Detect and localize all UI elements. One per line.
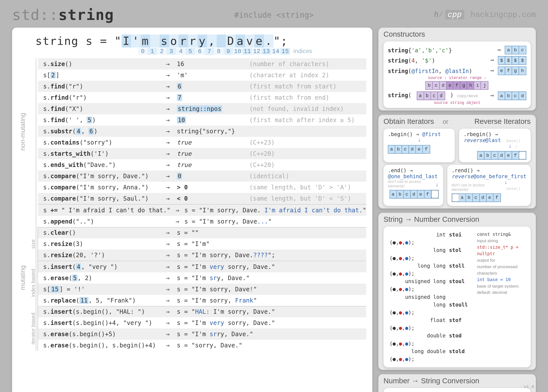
brand-h: h	[434, 10, 439, 19]
index-cell: 14	[271, 48, 280, 55]
index-cell: 9	[223, 48, 233, 55]
constructors-title: Constructors	[384, 30, 531, 39]
num2str-panel: Number → String Conversion string to_str…	[378, 374, 536, 392]
code-row: s.find("X")→string::npos(not found, inva…	[38, 103, 366, 114]
char-cell: e	[255, 35, 264, 48]
code-row: s.compare("I'm sorry, Anna.")→> 0(same l…	[38, 182, 366, 193]
code-row: s.ends_with("Dave.")→true(C++20)	[38, 159, 366, 170]
rend-box: .rend() → reverse@one_before_first don't…	[447, 165, 531, 206]
constructor-row: string( abcd ) copy/move➡abcd	[388, 91, 526, 100]
code-row: s.insert(s.begin(), "HAL: ")⇒s = "HAL: I…	[38, 306, 366, 317]
begin-cells: abcdef	[388, 145, 451, 154]
indices-row: 0123456789101112131415indices	[18, 48, 366, 55]
rend-cells: abcdef	[452, 193, 526, 203]
left-panel: string s = "I'm sorry, Dave."; 012345678…	[12, 28, 372, 392]
title-name: string	[58, 6, 114, 23]
index-cell: 0	[138, 48, 147, 55]
brand: h/cpp hackingcpp.com	[434, 10, 536, 19]
nonmutating-table: s.size()→16(number of characters)s[2]→'m…	[38, 58, 366, 204]
conv-row: long doublestold (●,●,●);	[390, 347, 471, 363]
code-row: s.compare("I'm sorry, Dave.")→0(identica…	[38, 170, 366, 182]
char-cell: r	[188, 35, 198, 48]
code-row: s.insert(s.begin()+4, "very ")⇒s = "I'm …	[38, 317, 366, 328]
char-cell: y	[198, 35, 207, 48]
index-cell: 5	[186, 48, 195, 55]
ann-sys: base of target system;	[477, 283, 525, 289]
nonmutating-label: non-mutating	[19, 58, 36, 205]
right-column: Constructors string{'a','b','c'}➡abcstri…	[378, 28, 536, 392]
reverse-iterators-title: Reverse Iterators	[475, 117, 531, 126]
index-cell: 1	[147, 48, 157, 55]
index-cell: 6	[195, 48, 205, 55]
index-label: index based	[30, 261, 38, 306]
end-note: don't use to access elements!	[388, 180, 433, 188]
iterators-or: or	[443, 118, 448, 125]
code-row: s.resize(20, '?')⇒s = "I'm sorry, Dave.?…	[38, 249, 366, 261]
constructor-row: string(4, '$')➡$$$$	[388, 56, 526, 65]
ann-input: input string	[477, 237, 525, 244]
ann-def: default: decimal	[477, 289, 525, 296]
code-row: s.clear()⇒s = ""	[38, 227, 366, 238]
index-cell: 4	[176, 48, 186, 55]
conv-row: intstoi (●,●,●);	[390, 231, 471, 246]
obtain-iterators-title: Obtain Iterators	[384, 117, 434, 126]
index-cell: 12	[252, 48, 261, 55]
brand-site: hackingcpp.com	[471, 10, 536, 19]
rend-label: .rend() → reverse@one_before_first	[452, 167, 526, 179]
conv-row: floatstof (●,●,●);	[390, 316, 471, 332]
char-cell: .	[264, 35, 274, 48]
declaration-row: string s = "I'm sorry, Dave.";	[18, 32, 366, 47]
str2num-panel: String → Number Conversion intstoi (●,●,…	[378, 213, 536, 370]
rbegin-box: .rbegin() → reverse@last .base() ↓ ↓ abc…	[459, 129, 531, 162]
code-row: s.compare("I'm sorry, Saul.")→< 0(same l…	[38, 193, 366, 204]
ann-ptr: std::size_t* p = nullptr	[477, 244, 525, 257]
code-row: s.starts_with('I')→true(C++20)	[38, 148, 366, 159]
code-row: s.append("..")⇒s = "I'm sorry, Dave..."	[38, 216, 366, 227]
begin-box: .begin() → @first ↓ abcdef	[384, 129, 455, 162]
char-cell: s	[160, 35, 169, 48]
conv-row: unsigned longstoul (●,●,●);	[390, 278, 471, 293]
decl-suffix: ";	[274, 35, 288, 48]
include-directive: #include <string>	[114, 10, 434, 19]
title-colons: ::	[40, 6, 58, 23]
code-row: s.find(' ', 5)→10(first match after inde…	[38, 114, 366, 126]
char-cell: D	[226, 35, 235, 48]
constructors-body: string{'a','b','c'}➡abcstring(4, '$')➡$$…	[384, 41, 531, 108]
indices-label: indices	[293, 48, 312, 55]
nonmutating-section: non-mutating s.size()→16(number of chara…	[38, 58, 366, 204]
char-cell: r	[179, 35, 188, 48]
size-label: size	[30, 227, 38, 260]
conv-functions: intstoi (●,●,●);longstol (●,●,●);long lo…	[390, 231, 471, 363]
ann-out: output for	[477, 257, 525, 263]
code-row: s.resize(3)⇒s = "I'm"	[38, 238, 366, 249]
iterators-panel: Obtain Iterators or Reverse Iterators .b…	[378, 115, 536, 209]
declaration-chars: I'm sorry, Dave.	[122, 35, 274, 48]
index-cell: 8	[214, 48, 223, 55]
char-cell: m	[140, 35, 150, 48]
index-cell: 7	[205, 48, 214, 55]
constructors-panel: Constructors string{'a','b','c'}➡abcstri…	[378, 28, 536, 111]
char-cell: o	[169, 35, 179, 48]
page-title: std::string	[12, 6, 114, 23]
version-label: v1.0	[524, 385, 534, 389]
index-cell: 11	[242, 48, 252, 55]
rows-container: non-mutating s.size()→16(number of chara…	[38, 58, 366, 351]
char-cell	[216, 35, 226, 48]
char-cell: v	[245, 35, 255, 48]
constructor-row: string{'a','b','c'}➡abc	[388, 46, 526, 55]
conv-row: longstol (●,●,●);	[390, 246, 471, 262]
code-row: s.erase(5, 2)⇒s = "I'm sry, Dave."	[38, 272, 366, 283]
end-cells: abcdef	[388, 190, 439, 199]
code-row: s.replace(11, 5, "Frank")⇒s = "I'm sorry…	[38, 295, 366, 306]
code-row: s.contains("sorry")→true(C++23)	[38, 137, 366, 148]
main-layout: string s = "I'm sorry, Dave."; 012345678…	[0, 28, 548, 392]
ann-proc: number of processed characters	[477, 263, 525, 276]
mutating-section: mutating s += " I'm afraid I can't do th…	[38, 204, 366, 351]
char-cell: I	[122, 35, 131, 48]
index-cell: 13	[262, 48, 271, 55]
end-label: .end() → @one_behind_last	[388, 167, 439, 179]
char-cell: ,	[207, 35, 216, 48]
mutating-index-table: s.insert(4, "very ")⇒s = "I'm very sorry…	[38, 261, 366, 306]
index-cell: 15	[280, 48, 290, 55]
rend-note: don't use to access elements!	[452, 183, 502, 192]
